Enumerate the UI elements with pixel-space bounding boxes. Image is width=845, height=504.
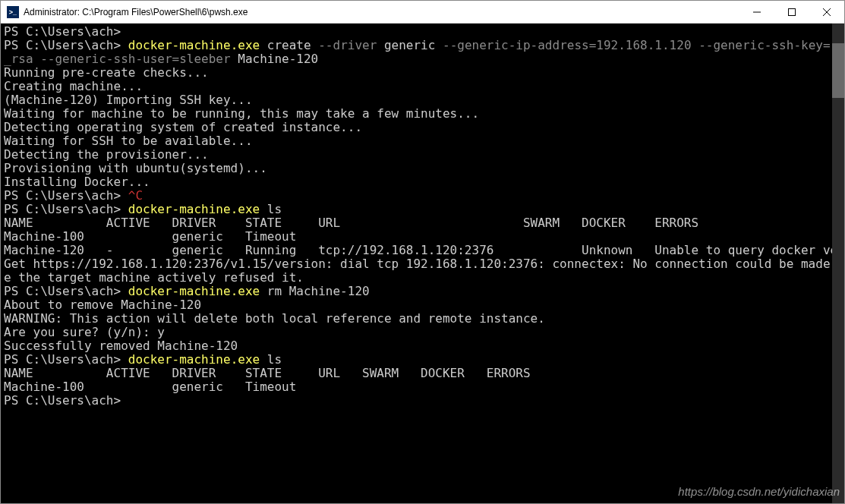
watermark-text: https://blog.csdn.net/yidichaxian	[678, 485, 840, 499]
terminal-segment: About to remove Machine-120	[4, 298, 201, 312]
terminal-line: PS C:\Users\ach>	[4, 25, 841, 39]
terminal-segment: e the target machine actively refused it…	[4, 270, 304, 285]
terminal-segment: docker-machine.exe	[128, 38, 260, 52]
terminal-line: Creating machine...	[4, 80, 841, 93]
terminal-line: PS C:\Users\ach> docker-machine.exe rm M…	[4, 285, 841, 298]
terminal-line: Running pre-create checks...	[4, 66, 841, 80]
terminal-segment: ls	[260, 202, 282, 216]
terminal-line: Are you sure? (y/n): y	[4, 326, 841, 339]
terminal-line: Provisioning with ubuntu(systemd)...	[4, 162, 841, 175]
terminal-segment: NAME ACTIVE DRIVER STATE URL SWARM DOCKE…	[4, 216, 698, 230]
scrollbar-thumb[interactable]	[832, 43, 844, 98]
terminal-line: PS C:\Users\ach> ^C	[4, 189, 841, 203]
terminal-segment: PS C:\Users\ach>	[4, 38, 128, 52]
terminal-segment: PS C:\Users\ach>	[4, 393, 121, 408]
terminal-segment: docker-machine.exe	[128, 284, 260, 298]
minimize-button[interactable]	[739, 1, 774, 23]
terminal-line: Machine-120 - generic Running tcp://192.…	[4, 244, 841, 257]
terminal-segment: Running pre-create checks...	[4, 65, 209, 80]
window-title: Administrator: C:\Program Files\PowerShe…	[24, 7, 739, 17]
terminal-segment: PS C:\Users\ach>	[4, 202, 128, 216]
terminal-line: Waiting for machine to be running, this …	[4, 107, 841, 121]
terminal-line: Installing Docker...	[4, 175, 841, 189]
terminal-segment: WARNING: This action will delete both lo…	[4, 311, 545, 326]
terminal-segment: create	[267, 38, 311, 52]
maximize-button[interactable]	[774, 1, 809, 23]
terminal-segment: Are you sure? (y/n): y	[4, 325, 165, 339]
terminal-line: PS C:\Users\ach> docker-machine.exe crea…	[4, 39, 841, 52]
terminal-line: Machine-100 generic Timeout	[4, 380, 841, 394]
terminal-segment: --driver	[318, 38, 377, 52]
terminal-segment	[311, 38, 319, 52]
terminal-segment: Machine-120 - generic Running tcp://192.…	[4, 243, 844, 257]
terminal-line: Detecting operating system of created in…	[4, 121, 841, 134]
terminal-segment	[260, 38, 267, 52]
terminal-line: Waiting for SSH to be available...	[4, 134, 841, 148]
terminal-segment: generic	[377, 38, 443, 52]
terminal-segment: PS C:\Users\ach>	[4, 284, 128, 298]
app-window: >_ Administrator: C:\Program Files\Power…	[0, 0, 845, 504]
terminal-segment: docker-machine.exe	[128, 352, 260, 367]
terminal-segment: Detecting the provisioner...	[4, 147, 209, 162]
powershell-icon-glyph: >_	[9, 8, 17, 16]
close-button[interactable]	[809, 1, 844, 23]
terminal-line: NAME ACTIVE DRIVER STATE URL SWARM DOCKE…	[4, 216, 841, 230]
terminal-segment: --generic-ip-address=192.168.1.120 --gen…	[443, 38, 844, 52]
powershell-icon: >_	[7, 6, 19, 18]
terminal-line: WARNING: This action will delete both lo…	[4, 312, 841, 326]
terminal-output[interactable]: PS C:\Users\ach>PS C:\Users\ach> docker-…	[1, 24, 844, 503]
terminal-line: _rsa --generic-ssh-user=sleeber Machine-…	[4, 52, 841, 66]
terminal-segment: PS C:\Users\ach>	[4, 188, 128, 203]
terminal-segment: _rsa --generic-ssh-user=sleeber	[4, 52, 231, 66]
terminal-line: PS C:\Users\ach> docker-machine.exe ls	[4, 353, 841, 367]
terminal-segment: docker-machine.exe	[128, 202, 260, 216]
terminal-segment: Machine-100 generic Timeout	[4, 229, 296, 244]
terminal-line: Detecting the provisioner...	[4, 148, 841, 162]
terminal-segment: NAME ACTIVE DRIVER STATE URL SWARM DOCKE…	[4, 366, 531, 380]
terminal-line: Successfully removed Machine-120	[4, 339, 841, 353]
terminal-line: (Machine-120) Importing SSH key...	[4, 93, 841, 107]
svg-rect-1	[789, 8, 796, 15]
terminal-line: Get https://192.168.1.120:2376/v1.15/ver…	[4, 257, 841, 271]
terminal-segment: Machine-100 generic Timeout	[4, 380, 296, 394]
terminal-segment: Creating machine...	[4, 79, 143, 93]
terminal-segment: ^C	[128, 188, 143, 203]
terminal-segment: Successfully removed Machine-120	[4, 339, 238, 353]
terminal-line: PS C:\Users\ach> docker-machine.exe ls	[4, 203, 841, 216]
titlebar[interactable]: >_ Administrator: C:\Program Files\Power…	[1, 1, 844, 24]
terminal-line: e the target machine actively refused it…	[4, 271, 841, 285]
terminal-line: About to remove Machine-120	[4, 298, 841, 312]
terminal-line: NAME ACTIVE DRIVER STATE URL SWARM DOCKE…	[4, 367, 841, 380]
terminal-segment: Detecting operating system of created in…	[4, 120, 362, 134]
terminal-segment: PS C:\Users\ach>	[4, 352, 128, 367]
terminal-segment: Waiting for machine to be running, this …	[4, 106, 479, 121]
terminal-line: PS C:\Users\ach>	[4, 394, 841, 408]
terminal-segment: Installing Docker...	[4, 175, 150, 189]
terminal-line: Machine-100 generic Timeout	[4, 230, 841, 244]
window-controls	[739, 1, 844, 23]
terminal-segment: rm Machine-120	[260, 284, 370, 298]
terminal-segment: PS C:\Users\ach>	[4, 24, 121, 39]
terminal-segment: Get https://192.168.1.120:2376/v1.15/ver…	[4, 257, 844, 271]
terminal-segment: ls	[260, 352, 282, 367]
terminal-segment: (Machine-120) Importing SSH key...	[4, 93, 253, 107]
terminal-segment: Provisioning with ubuntu(systemd)...	[4, 161, 267, 175]
terminal-segment: Machine-120	[231, 52, 319, 66]
scrollbar-track[interactable]	[832, 24, 844, 503]
terminal-segment: Waiting for SSH to be available...	[4, 134, 253, 148]
